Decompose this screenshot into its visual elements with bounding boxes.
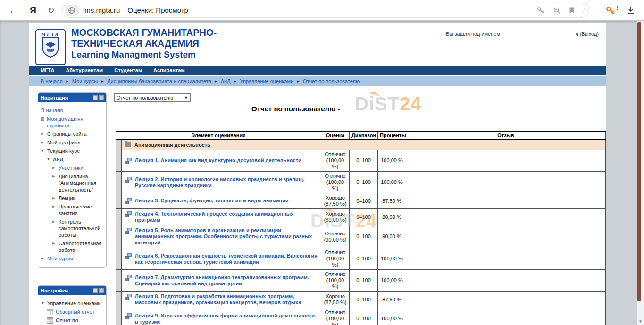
block-dock-icon[interactable] xyxy=(99,288,104,293)
settings-item-grade-admin[interactable]: Управление оценками xyxy=(41,299,104,308)
breadcrumb-separator: ► xyxy=(296,79,300,83)
chevron-right-icon xyxy=(52,240,56,246)
col-header-percent: Проценты xyxy=(378,131,406,140)
breadcrumb-separator: ► xyxy=(66,79,69,83)
chevron-right-icon xyxy=(52,173,56,179)
lesson-link[interactable]: Лекция 9. Игра как эффективная форма ани… xyxy=(135,313,318,325)
category-name: Анимационная деятельность xyxy=(134,142,210,148)
address-bar-edge xyxy=(580,1,588,19)
category-row: Анимационная деятельность xyxy=(116,140,606,150)
breadcrumb-user-report[interactable]: Отчет по пользователю xyxy=(303,78,360,84)
sidebar-item-participants[interactable]: Участники xyxy=(41,164,104,172)
lesson-link[interactable]: Лекция 6. Рекреационная сущность туристс… xyxy=(135,253,318,265)
breadcrumb-and[interactable]: АнД xyxy=(221,78,231,84)
breadcrumb-separator: ► xyxy=(214,79,218,83)
browser-toolbar: ← Я ↻ lms.mgta.ru Оценки: Просмотр ! xyxy=(0,0,644,21)
password-alert-key-icon[interactable]: ! xyxy=(605,6,616,15)
block-minimize-icon[interactable] xyxy=(93,95,98,100)
sidebar-item-control[interactable]: Контроль самостоятельной работы xyxy=(41,217,104,239)
lesson-link[interactable]: Лекция 2. История и хронология массовых … xyxy=(135,176,318,189)
site-globe-icon[interactable] xyxy=(65,5,79,16)
feedback-cell xyxy=(406,248,606,270)
chevron-right-icon xyxy=(41,255,45,261)
lesson-icon xyxy=(125,294,132,300)
scrollbar-down-arrow[interactable] xyxy=(637,318,644,325)
sidebar-item-my-profile[interactable]: Мой профиль xyxy=(41,138,104,147)
lesson-icon xyxy=(125,253,132,259)
report-heading: Отчет по пользователю - xyxy=(251,105,340,113)
navigation-block-title: Навигация xyxy=(41,95,68,100)
sidebar: Навигация В начало Моя домашняя страница xyxy=(38,92,107,268)
table-row: Лекция 1. Анимация как вид культурно-дос… xyxy=(116,150,606,172)
settings-block-title: Настройки xyxy=(41,288,68,293)
feedback-cell xyxy=(406,270,606,292)
academy-title-line2: ТЕХНИЧЕСКАЯ АКАДЕМИЯ xyxy=(71,38,217,49)
feedback-cell xyxy=(406,193,606,209)
menu-item-studentam[interactable]: Студентам xyxy=(114,67,142,73)
url-host[interactable]: lms.mgta.ru xyxy=(83,6,120,14)
chevron-right-icon xyxy=(52,218,56,225)
menu-item-aspirantam[interactable]: Аспирантам xyxy=(153,67,184,73)
chevron-down-icon xyxy=(47,156,50,162)
block-dock-icon[interactable] xyxy=(99,95,104,100)
menu-item-mgta[interactable]: МГТА xyxy=(41,67,54,73)
lesson-link[interactable]: Лекция 1. Анимация как вид культурно-дос… xyxy=(135,158,301,164)
sidebar-item-discipline[interactable]: Дисциплина "Анимационная деятельность" xyxy=(41,172,104,194)
logout-link[interactable]: ч (Выход) xyxy=(576,31,599,37)
breadcrumb-disciplines[interactable]: Дисциплины бакалавриата и специалитета xyxy=(107,78,211,84)
table-row: Лекция 4. Технологический процесс создан… xyxy=(116,209,606,225)
scrollbar-thumb[interactable] xyxy=(637,22,641,301)
lesson-link[interactable]: Лекция 3. Сущность, функция, типология и… xyxy=(135,198,289,204)
sidebar-item-dashboard[interactable]: Моя домашняя страница xyxy=(41,115,104,130)
lesson-link[interactable]: Лекция 8. Подготовка и разработка анимац… xyxy=(135,293,318,306)
col-header-range: Диапазон xyxy=(350,131,378,140)
chevron-right-icon xyxy=(52,203,56,209)
chevron-right-icon xyxy=(41,139,45,145)
breadcrumb-grade-admin[interactable]: Управление оценками xyxy=(240,78,294,84)
menu-item-abiturientam[interactable]: Абитуриентам xyxy=(66,67,103,73)
scrollbar[interactable] xyxy=(637,20,644,325)
sidebar-item-practical[interactable]: Практические занятия xyxy=(41,202,104,217)
academy-title-line1: МОСКОВСКАЯ ГУМАНИТАРНО- xyxy=(71,27,217,38)
settings-item-user-report[interactable]: Отчет по пользователю xyxy=(41,316,104,325)
block-minimize-icon[interactable] xyxy=(93,288,98,293)
download-icon[interactable] xyxy=(626,6,636,15)
page-tab-title: Оценки: Просмотр xyxy=(127,6,188,14)
lesson-link[interactable]: Лекция 5. Роль аниматоров в организации … xyxy=(135,227,318,246)
dist24-watermark: DiST 24 xyxy=(355,94,422,113)
zoom-page-icon[interactable] xyxy=(552,6,561,15)
lesson-icon xyxy=(125,211,132,217)
login-status: Вы зашли под именем ч (Выход) xyxy=(446,31,599,37)
breadcrumb-separator: ► xyxy=(100,79,104,83)
report-type-select[interactable]: Отчет по пользователю ▼ xyxy=(114,93,191,102)
bullet-square-icon xyxy=(41,117,44,121)
sidebar-item-selfwork[interactable]: Самостоятельная работа xyxy=(41,239,104,254)
feedback-cell xyxy=(406,172,606,193)
wifi-arcs-icon xyxy=(368,87,382,98)
academy-title: МОСКОВСКАЯ ГУМАНИТАРНО- ТЕХНИЧЕСКАЯ АКАД… xyxy=(71,27,217,60)
breadcrumb-my-courses[interactable]: Мои курсы xyxy=(72,78,98,84)
lesson-link[interactable]: Лекция 7. Драматургия анимационно-театра… xyxy=(135,275,318,287)
site-content: МГТА МОСКОВСКАЯ ГУМАНИТАРНО- ТЕХНИЧЕСКАЯ… xyxy=(29,23,606,325)
logo-text: МГТА xyxy=(36,32,65,37)
settings-item-overview-report[interactable]: Обзорный отчет xyxy=(41,308,104,316)
page-background: МГТА МОСКОВСКАЯ ГУМАНИТАРНО- ТЕХНИЧЕСКАЯ… xyxy=(0,20,644,325)
address-bar[interactable]: lms.mgta.ru Оценки: Просмотр xyxy=(62,3,589,18)
back-icon[interactable]: ← xyxy=(8,4,20,17)
sidebar-item-and-course[interactable]: АнД xyxy=(41,155,104,164)
chevron-down-icon xyxy=(41,148,45,154)
sidebar-item-site-pages[interactable]: Страницы сайта xyxy=(41,130,104,138)
bookmark-icon[interactable] xyxy=(569,7,575,14)
lesson-link[interactable]: Лекция 4. Технологический процесс создан… xyxy=(135,211,318,223)
breadcrumb: В начало ► Мои курсы ► Дисциплины бакала… xyxy=(29,76,606,86)
sidebar-item-lectures[interactable]: Лекции xyxy=(41,194,104,202)
sidebar-item-home[interactable]: В начало xyxy=(41,106,104,115)
sidebar-item-current-course[interactable]: Текущий курс xyxy=(41,147,104,155)
refresh-icon[interactable]: ↻ xyxy=(45,5,57,16)
sidebar-item-my-courses[interactable]: Мои курсы xyxy=(41,254,104,263)
password-key-icon[interactable] xyxy=(536,6,545,15)
yandex-browser-icon[interactable]: Я xyxy=(27,5,39,16)
breadcrumb-home[interactable]: В начало xyxy=(41,78,63,84)
navigation-block: Навигация В начало Моя домашняя страница xyxy=(38,92,107,268)
settings-block-header: Настройки xyxy=(38,286,106,295)
